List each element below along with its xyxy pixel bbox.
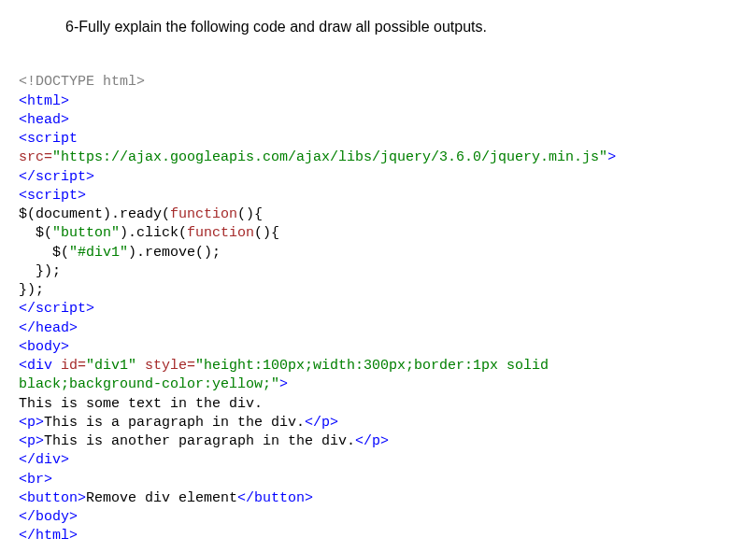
p1-open: <p> [19, 415, 44, 431]
js-line4: }); [19, 263, 61, 279]
br-tag: <br> [19, 472, 52, 488]
div-open-close: > [279, 376, 288, 392]
button-close: </button> [237, 490, 313, 506]
html-open: <html> [19, 93, 69, 109]
style-attr: style= [136, 358, 195, 374]
button-open: <button> [19, 490, 86, 506]
button-text: Remove div element [86, 490, 237, 506]
script2-close-1: </ [19, 301, 36, 317]
style-val-2: black;background-color:yellow;" [19, 376, 279, 392]
div-close: </div> [19, 452, 69, 468]
js-line3-a: $( [19, 245, 69, 261]
body-open: <body> [19, 339, 69, 355]
script-close-1: </ [19, 169, 36, 185]
src-attr: src= [19, 149, 52, 165]
js-line2-c: ).click( [120, 225, 187, 241]
js-line2-e: (){ [254, 225, 279, 241]
script2-close-2: script [36, 301, 86, 317]
body-close: </body> [19, 509, 78, 525]
js-line5: }); [19, 282, 44, 298]
script-close-3: > [86, 169, 94, 185]
script2-close-3: > [86, 301, 94, 317]
p2-close: </p> [355, 433, 389, 449]
head-open: <head> [19, 112, 69, 128]
p2-open: <p> [19, 433, 44, 449]
js-function1: function [170, 206, 237, 222]
script2-open: <script> [19, 188, 86, 204]
div-open: <div [19, 358, 52, 374]
p2-text: This is another paragraph in the div. [44, 433, 355, 449]
js-line1-c: (){ [237, 206, 263, 222]
style-val-1: "height:100px;width:300px;border:1px sol… [195, 358, 557, 374]
html-close: </html> [19, 528, 78, 544]
question-text: 6-Fully explain the following code and d… [65, 19, 737, 35]
code-block: <!DOCTYPE html> <html> <head> <script sr… [19, 54, 737, 546]
tag-close: > [607, 149, 616, 165]
doctype: <!DOCTYPE html> [19, 74, 145, 90]
js-str-div1: "#div1" [69, 245, 128, 261]
text-in-div: This is some text in the div. [19, 396, 263, 412]
id-val: "div1" [86, 358, 136, 374]
js-line2-a: $( [19, 225, 52, 241]
js-line3-c: ).remove(); [128, 245, 221, 261]
p1-text: This is a paragraph in the div. [44, 415, 305, 431]
src-url: "https://ajax.googleapis.com/ajax/libs/j… [52, 149, 607, 165]
js-str-button: "button" [52, 225, 120, 241]
js-line1-a: $(document).ready( [19, 206, 170, 222]
p1-close: </p> [305, 415, 338, 431]
id-attr: id= [52, 358, 86, 374]
js-function2: function [187, 225, 254, 241]
head-close: </head> [19, 320, 78, 336]
script-close-2: script [36, 169, 86, 185]
script-open: <script [19, 131, 78, 147]
